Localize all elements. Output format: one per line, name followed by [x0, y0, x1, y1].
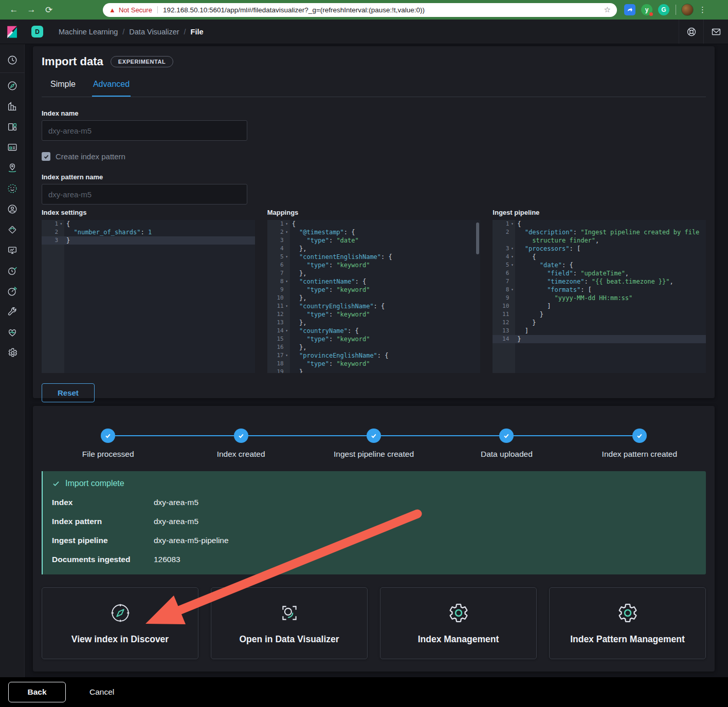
code-line[interactable]: 11 }	[493, 310, 706, 319]
fold-arrow-icon[interactable]: ▾	[509, 261, 515, 269]
code-line[interactable]: 3▾ "processors": [	[493, 245, 706, 253]
graph-icon[interactable]	[0, 199, 25, 219]
code-line[interactable]: 1▾{	[493, 220, 706, 228]
code-line[interactable]: 1▾{	[42, 220, 255, 228]
management-icon[interactable]	[0, 343, 25, 363]
logs-icon[interactable]	[0, 219, 25, 240]
browser-forward-button[interactable]: →	[25, 3, 38, 16]
index-name-input[interactable]	[42, 120, 247, 141]
kibana-logo[interactable]	[0, 25, 25, 39]
bookmark-star-icon[interactable]: ☆	[604, 5, 611, 14]
reset-button[interactable]: Reset	[42, 383, 95, 402]
code-line[interactable]: 13 ]	[493, 327, 706, 335]
code-line[interactable]: 12 "type": "keyword"	[267, 310, 481, 319]
code-line[interactable]: 1▾{	[267, 220, 481, 228]
code-line[interactable]: 18 "type": "keyword"	[267, 360, 481, 368]
fold-arrow-icon[interactable]: ▾	[509, 245, 515, 253]
address-bar[interactable]: ▲ Not Secure 192.168.50.10:5601/app/ml#/…	[103, 3, 617, 17]
canvas-icon[interactable]	[0, 137, 25, 158]
code-line[interactable]: 8▾ "continentName": {	[267, 277, 481, 286]
not-secure-label[interactable]: Not Secure	[119, 6, 152, 14]
fold-arrow-icon[interactable]: ▾	[509, 253, 515, 261]
tab-simple[interactable]: Simple	[49, 76, 77, 97]
code-line[interactable]: 13 },	[267, 319, 481, 327]
tab-advanced[interactable]: Advanced	[92, 76, 131, 97]
breadcrumb-data-visualizer[interactable]: Data Visualizer	[129, 28, 179, 36]
browser-menu-icon[interactable]: ⋮	[699, 5, 706, 14]
code-line[interactable]: 10 ]	[493, 302, 706, 310]
code-line[interactable]: 4 },	[267, 245, 481, 253]
code-line[interactable]: 8▾ "formats": [	[493, 286, 706, 294]
code-line[interactable]: 17▾ "provinceEnglishName": {	[267, 351, 481, 360]
help-icon[interactable]	[679, 20, 703, 44]
fold-arrow-icon[interactable]: ▾	[284, 228, 290, 236]
fold-arrow-icon[interactable]: ▾	[509, 220, 515, 228]
code-line[interactable]: 2 "number_of_shards": 1	[42, 228, 255, 236]
browser-reload-button[interactable]: ⟳	[42, 3, 56, 16]
open-in-data-visualizer-card[interactable]: Open in Data Visualizer	[211, 587, 368, 659]
dev-tools-icon[interactable]	[0, 302, 25, 322]
monitoring-icon[interactable]	[0, 322, 25, 343]
back-button[interactable]: Back	[8, 682, 66, 702]
code-line[interactable]: 14▾ "countryName": {	[267, 327, 481, 335]
fold-arrow-icon[interactable]: ▾	[284, 327, 290, 335]
code-line[interactable]: 7 "timezone": "{{ beat.timezone }}",	[493, 277, 706, 286]
create-index-pattern-checkbox[interactable]: Create index pattern	[42, 152, 706, 161]
newsfeed-icon[interactable]	[703, 20, 728, 44]
code-line[interactable]: 6 "field": "updateTime",	[493, 269, 706, 277]
index-pattern-management-card[interactable]: Index Pattern Management	[549, 587, 706, 659]
mappings-editor[interactable]: Mappings 1▾{2▾ "@timestamp": {3 "type": …	[267, 209, 481, 373]
extension-share-icon[interactable]	[624, 4, 635, 15]
index-management-card[interactable]: Index Management	[380, 587, 537, 659]
index-settings-editor[interactable]: Index settings 1▾{2 "number_of_shards": …	[42, 209, 255, 373]
code-line[interactable]: 15 "type": "keyword"	[267, 335, 481, 343]
breadcrumb-machine-learning[interactable]: Machine Learning	[59, 28, 118, 36]
editor-scrollbar[interactable]	[476, 222, 479, 254]
url-text[interactable]: 192.168.50.10:5601/app/ml#/filedatavisua…	[163, 6, 600, 14]
code-line[interactable]: 2 "description": "Ingest pipeline create…	[493, 228, 706, 236]
code-line[interactable]: 16 },	[267, 343, 481, 351]
space-avatar[interactable]: D	[31, 26, 43, 38]
dashboard-icon[interactable]	[0, 117, 25, 137]
code-line[interactable]: structure finder",	[493, 236, 706, 245]
code-line[interactable]: 6 "type": "keyword"	[267, 261, 481, 269]
code-line[interactable]: 3}	[42, 236, 255, 245]
code-line[interactable]: 12 }	[493, 319, 706, 327]
ingest-pipeline-editor[interactable]: Ingest pipeline 1▾{2 "description": "Ing…	[493, 209, 706, 373]
code-line[interactable]: 5▾ "continentEnglishName": {	[267, 253, 481, 261]
apm-icon[interactable]	[0, 281, 25, 302]
fold-arrow-icon[interactable]: ▾	[284, 302, 290, 310]
code-line[interactable]: 14}	[493, 335, 706, 343]
visualize-icon[interactable]	[0, 96, 25, 117]
browser-profile-avatar[interactable]	[681, 4, 694, 16]
fold-arrow-icon[interactable]: ▾	[58, 220, 64, 228]
browser-back-button[interactable]: ←	[7, 3, 21, 16]
maps-icon[interactable]	[0, 158, 25, 178]
fold-arrow-icon[interactable]: ▾	[284, 351, 290, 360]
code-line[interactable]: 7 },	[267, 269, 481, 277]
fold-arrow-icon[interactable]: ▾	[284, 277, 290, 286]
code-line[interactable]: 5▾ "date": {	[493, 261, 706, 269]
code-line[interactable]: 10 },	[267, 294, 481, 302]
fold-arrow-icon[interactable]: ▾	[284, 253, 290, 261]
index-pattern-name-input[interactable]	[42, 184, 247, 204]
code-line[interactable]: 19 },	[267, 368, 481, 373]
view-index-in-discover-card[interactable]: View index in Discover	[42, 587, 198, 659]
cancel-button[interactable]: Cancel	[89, 687, 114, 697]
code-line[interactable]: 2▾ "@timestamp": {	[267, 228, 481, 236]
code-line[interactable]: 4▾ {	[493, 253, 706, 261]
extension-grammarly-icon[interactable]: G	[658, 4, 669, 15]
machine-learning-icon[interactable]	[0, 178, 25, 199]
fold-arrow-icon[interactable]: ▾	[509, 286, 515, 294]
discover-icon[interactable]	[0, 76, 25, 96]
fold-arrow-icon[interactable]: ▾	[284, 220, 290, 228]
code-line[interactable]: 3 "type": "date"	[267, 236, 481, 245]
uptime-icon[interactable]	[0, 261, 25, 281]
code-line[interactable]: 11▾ "countryEnglishName": {	[267, 302, 481, 310]
metrics-icon[interactable]	[0, 240, 25, 261]
extension-y-icon[interactable]: y	[641, 4, 652, 15]
recently-viewed-icon[interactable]	[0, 50, 25, 70]
code-line[interactable]: 9 "type": "keyword"	[267, 286, 481, 294]
not-secure-warning-icon[interactable]: ▲	[109, 6, 116, 14]
code-line[interactable]: 9 "yyyy-MM-dd HH:mm:ss"	[493, 294, 706, 302]
